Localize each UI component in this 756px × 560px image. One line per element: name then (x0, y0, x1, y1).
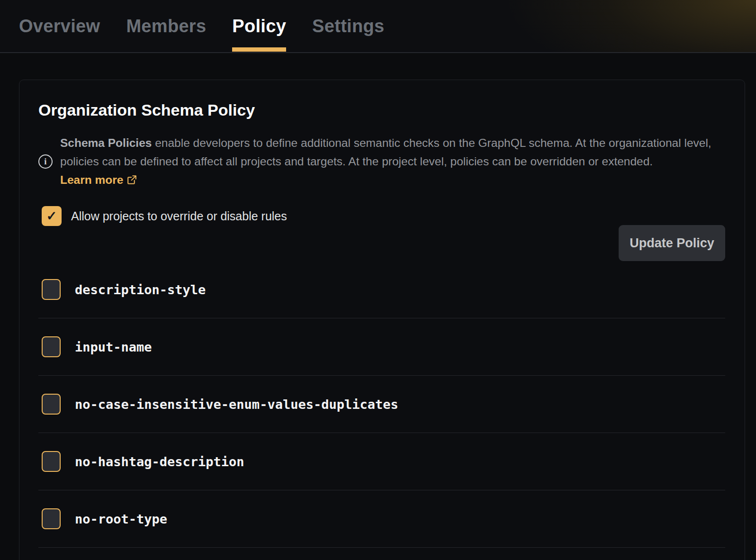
allow-override-label: Allow projects to override or disable ru… (71, 209, 287, 223)
tab-policy[interactable]: Policy (232, 0, 286, 52)
info-text: Schema Policies enable developers to def… (60, 134, 713, 189)
tab-overview[interactable]: Overview (19, 0, 100, 52)
rules-list: description-style input-name no-case-ins… (38, 261, 725, 548)
allow-override-row: ✓ Allow projects to override or disable … (38, 206, 725, 226)
external-link-icon (127, 175, 137, 185)
tab-overview-label: Overview (19, 16, 100, 36)
learn-more-label: Learn more (60, 173, 123, 186)
button-row: Update Policy (38, 225, 725, 261)
tab-members[interactable]: Members (126, 0, 206, 52)
rule-name: no-root-type (75, 512, 167, 526)
rule-row-input-name: input-name (38, 318, 725, 376)
info-callout: i Schema Policies enable developers to d… (38, 134, 725, 189)
rule-name: no-hashtag-description (75, 454, 244, 469)
info-circle-icon: i (38, 154, 53, 169)
tab-members-label: Members (126, 16, 206, 36)
tab-bar: Overview Members Policy Settings (0, 0, 756, 53)
update-policy-button[interactable]: Update Policy (619, 225, 725, 261)
allow-override-checkbox[interactable]: ✓ (42, 206, 62, 226)
info-text-bold: Schema Policies (60, 136, 152, 149)
learn-more-link[interactable]: Learn more (60, 173, 137, 186)
rule-row-no-root-type: no-root-type (38, 490, 725, 548)
rule-checkbox[interactable] (42, 508, 61, 529)
tab-settings[interactable]: Settings (312, 0, 384, 52)
page-title: Organization Schema Policy (38, 101, 725, 119)
rule-checkbox[interactable] (42, 394, 61, 415)
schema-policy-card: Organization Schema Policy i Schema Poli… (19, 80, 745, 560)
rule-name: no-case-insensitive-enum-values-duplicat… (75, 397, 398, 412)
active-tab-underline (232, 47, 286, 52)
tab-policy-label: Policy (232, 16, 286, 36)
rule-checkbox[interactable] (42, 336, 61, 357)
info-text-body: enable developers to define additional s… (60, 136, 711, 168)
tab-settings-label: Settings (312, 16, 384, 36)
rule-row-no-case-insensitive-enum-values-duplicates: no-case-insensitive-enum-values-duplicat… (38, 376, 725, 433)
rule-checkbox[interactable] (42, 279, 61, 300)
rule-name: description-style (75, 282, 206, 297)
rule-row-no-hashtag-description: no-hashtag-description (38, 433, 725, 490)
rule-name: input-name (75, 340, 152, 354)
rule-row-description-style: description-style (38, 261, 725, 318)
rule-checkbox[interactable] (42, 451, 61, 472)
